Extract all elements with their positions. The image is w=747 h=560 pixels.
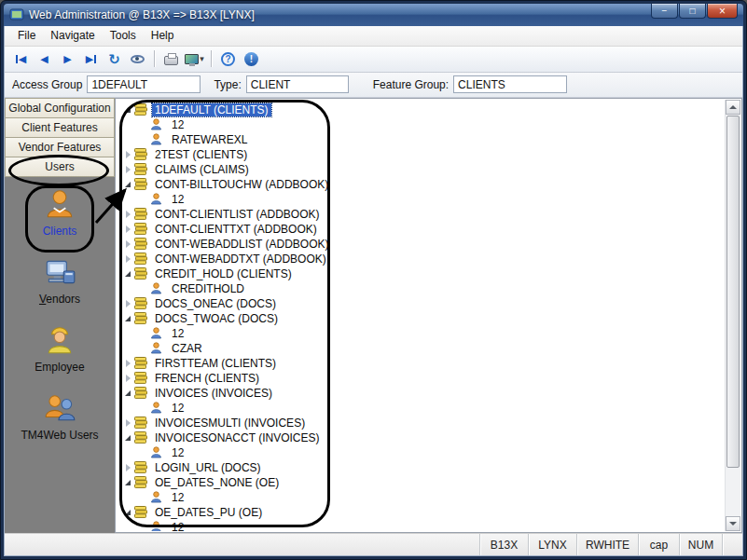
- tree-item[interactable]: 1DEFAULT (CLIENTS): [117, 102, 725, 117]
- expand-icon[interactable]: [122, 252, 133, 266]
- type-input[interactable]: [246, 75, 349, 93]
- sidebar-item-employee[interactable]: Employee: [5, 322, 115, 390]
- collapse-icon[interactable]: [122, 430, 133, 445]
- feature-group-icon: [133, 162, 150, 177]
- next-record-button[interactable]: ▶: [57, 48, 78, 69]
- tree-item[interactable]: DOCS_ONEAC (DOCS): [117, 296, 725, 311]
- tree-item[interactable]: 12: [117, 445, 725, 460]
- sidebar-item-clients[interactable]: Clients: [5, 186, 115, 254]
- menu-help[interactable]: Help: [144, 26, 182, 45]
- collapse-icon[interactable]: [122, 386, 133, 401]
- tree-item[interactable]: INVOICES (INVOICES): [117, 386, 725, 401]
- last-record-button[interactable]: ▶: [80, 48, 102, 69]
- collapse-icon[interactable]: [122, 177, 133, 192]
- collapse-icon[interactable]: [122, 102, 133, 117]
- sidebar-button-global-configuration[interactable]: Global Configuration: [5, 98, 115, 118]
- expand-icon[interactable]: [122, 222, 133, 237]
- sidebar-item-label: Clients: [43, 225, 77, 238]
- first-record-button[interactable]: ◀: [10, 48, 32, 69]
- tree-item[interactable]: 12: [117, 490, 725, 505]
- tree-item-label: 1DEFAULT (CLIENTS): [152, 103, 271, 116]
- scrollbar-thumb[interactable]: [726, 116, 740, 468]
- collapse-icon[interactable]: [122, 505, 133, 520]
- expand-icon[interactable]: [122, 296, 133, 311]
- tree-item[interactable]: CONT-WEBADDLIST (ADDBOOK): [117, 237, 725, 252]
- feature-group-icon: [133, 386, 150, 401]
- sidebar-button-client-features[interactable]: Client Features: [5, 117, 115, 138]
- tree-item[interactable]: OE_DATES_NONE (OE): [117, 475, 725, 490]
- tree-item[interactable]: CLAIMS (CLAIMS): [117, 162, 725, 177]
- tree-item[interactable]: CONT-CLIENTLIST (ADDBOOK): [117, 207, 725, 222]
- collapse-icon[interactable]: [122, 266, 133, 281]
- menu-file[interactable]: File: [10, 26, 43, 45]
- tree-item[interactable]: CREDIT_HOLD (CLIENTS): [117, 266, 725, 281]
- dropdown-icon[interactable]: ▾: [200, 54, 204, 63]
- tree-item[interactable]: OE_DATES_PU (OE): [117, 505, 725, 520]
- feature-group-icon: [133, 371, 150, 386]
- minimize-button[interactable]: −: [651, 4, 678, 19]
- tree-item-label: CONT-CLIENTLIST (ADDBOOK): [152, 208, 322, 221]
- sidebar-button-vendor-features[interactable]: Vendor Features: [5, 137, 115, 157]
- tree-item[interactable]: CONT-BILLTOUCHW (ADDBOOK): [117, 177, 725, 192]
- collapse-icon[interactable]: [122, 475, 133, 490]
- tm4web-users-icon: [42, 390, 77, 426]
- tree-item[interactable]: 12: [117, 326, 725, 341]
- tree-item[interactable]: 12: [117, 520, 725, 531]
- tree-item[interactable]: INVOICESMULTI (INVOICES): [117, 416, 725, 430]
- scroll-up-button[interactable]: [726, 100, 740, 115]
- status-user: RWHITE: [576, 534, 638, 555]
- scroll-down-button[interactable]: [726, 516, 740, 531]
- collapse-icon[interactable]: [122, 311, 133, 326]
- feature-group-input[interactable]: [453, 75, 567, 93]
- close-button[interactable]: ×: [707, 4, 738, 19]
- tree-item-label: 2TEST (CLIENTS): [152, 148, 250, 161]
- tree-item[interactable]: 12: [117, 401, 725, 416]
- scroll-up-icon: [729, 105, 737, 109]
- feature-group-icon: [133, 356, 150, 371]
- expand-icon[interactable]: [122, 460, 133, 475]
- access-group-input[interactable]: [87, 75, 201, 93]
- tree-item[interactable]: FIRSTTEAM (CLIENTS): [117, 356, 725, 371]
- print-button[interactable]: [160, 48, 182, 69]
- feature-group-icon: [133, 207, 150, 222]
- view-button[interactable]: [127, 48, 148, 69]
- expand-icon[interactable]: [122, 356, 133, 371]
- refresh-button[interactable]: ↻: [104, 48, 125, 69]
- tree-item[interactable]: CONT-CLIENTTXT (ADDBOOK): [117, 222, 725, 237]
- app-window: Web Administration @ B13X => B13X [LYNX]…: [0, 0, 747, 560]
- tree-item[interactable]: CZAR: [117, 341, 725, 356]
- menu-tools[interactable]: Tools: [103, 26, 144, 45]
- clients-icon: [42, 186, 77, 222]
- tree-item[interactable]: FRENCH (CLIENTS): [117, 371, 725, 386]
- tree-item[interactable]: CREDITHOLD: [117, 281, 725, 296]
- tree-item[interactable]: 12: [117, 117, 725, 132]
- feature-group-icon: [133, 222, 150, 237]
- maximize-button[interactable]: □: [679, 4, 706, 19]
- expand-icon[interactable]: [122, 371, 133, 386]
- expand-icon[interactable]: [122, 416, 133, 430]
- sidebar-item-vendors[interactable]: Vendors: [5, 254, 115, 322]
- expand-icon[interactable]: [122, 207, 133, 222]
- sidebar-button-users[interactable]: Users: [5, 157, 115, 177]
- expand-icon[interactable]: [122, 147, 133, 162]
- help-button[interactable]: ?: [217, 48, 239, 69]
- vertical-scrollbar[interactable]: [725, 100, 740, 531]
- tree-item[interactable]: 2TEST (CLIENTS): [117, 147, 725, 162]
- tree-item[interactable]: RATEWAREXL: [117, 132, 725, 147]
- tree-item[interactable]: INVOICESONACCT (INVOICES): [117, 430, 725, 445]
- tree-item[interactable]: 12: [117, 192, 725, 207]
- screen-button[interactable]: ▾: [184, 48, 205, 69]
- expand-icon[interactable]: [122, 162, 133, 177]
- status-corner: [722, 534, 742, 555]
- previous-record-button[interactable]: ◀: [34, 48, 55, 69]
- tree-item[interactable]: CONT-WEBADDTXT (ADDBOOK): [117, 252, 725, 266]
- menu-navigate[interactable]: Navigate: [43, 26, 102, 45]
- last-record-icon: ▶: [86, 54, 93, 64]
- sidebar-item-tm4web-users[interactable]: TM4Web Users: [5, 390, 115, 458]
- info-button[interactable]: !: [241, 48, 262, 69]
- feature-group-icon: [133, 430, 150, 445]
- minimize-icon: −: [662, 7, 668, 16]
- tree-item[interactable]: DOCS_TWOAC (DOCS): [117, 311, 725, 326]
- expand-icon[interactable]: [122, 237, 133, 252]
- tree-item[interactable]: LOGIN_URL (DOCS): [117, 460, 725, 475]
